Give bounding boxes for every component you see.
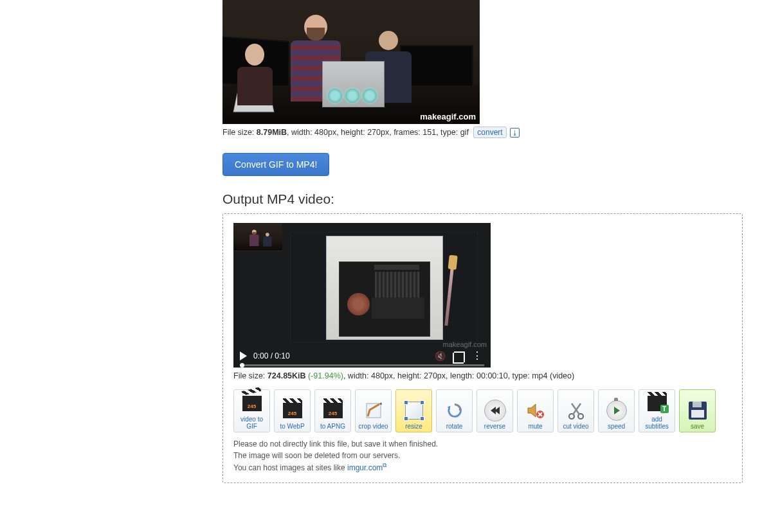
output-panel: makeagif.com 0:00 / 0:10 🔇 ⋮ File size: … [222,213,743,483]
tool-label: save [691,423,704,430]
input-file-info: File size: 8.79MiB, width: 480px, height… [222,124,743,141]
convert-format-link[interactable]: convert [473,127,506,138]
tool-label: cut video [563,423,588,430]
tool-label: to WebP [280,423,304,430]
tool-save[interactable]: save [679,389,716,432]
tool-resize[interactable]: resize [395,389,432,432]
input-gif-preview: makeagif.com [222,0,480,124]
tool-label: to APNG [320,423,345,430]
more-options-icon[interactable]: ⋮ [472,350,483,362]
mute-icon [525,400,547,421]
tool-label: crop video [358,423,388,430]
imgur-link[interactable]: imgur.com [347,463,383,472]
tool-add-subtitles[interactable]: Taddsubtitles [639,389,675,432]
output-notes: Please do not directly link this file, b… [233,439,732,474]
tool-label: video toGIF [240,416,263,430]
tool-label: speed [608,423,625,430]
volume-muted-icon[interactable]: 🔇 [435,351,446,361]
progress-bar[interactable] [240,364,484,366]
fullscreen-icon[interactable] [454,351,465,362]
tool-crop-video[interactable]: crop video [355,389,392,432]
cut-video-icon [565,400,587,421]
tool-label: reverse [484,423,505,430]
to-webp-icon: 245 [282,400,304,421]
tool-reverse[interactable]: reverse [476,389,513,432]
convert-gif-to-mp4-button[interactable]: Convert GIF to MP4! [222,153,329,176]
crop-video-icon [363,400,385,421]
video-time: 0:00 / 0:10 [253,351,290,360]
output-heading: Output MP4 video: [222,191,743,207]
tool-cut-video[interactable]: cut video [558,389,594,432]
rotate-icon [444,400,466,421]
watermark-text: makeagif.com [420,112,476,121]
output-video-player[interactable]: makeagif.com 0:00 / 0:10 🔇 ⋮ [233,223,491,368]
speed-icon [606,400,628,421]
tool-to-webp[interactable]: 245to WebP [274,389,311,432]
tool-label: mute [528,423,542,430]
output-toolbar: 245video toGIF245to WebP245to APNGcrop v… [233,389,732,432]
save-icon [687,400,709,421]
tool-label: rotate [446,423,463,430]
add-subtitles-icon: T [646,393,668,414]
tool-label: addsubtitles [645,416,669,430]
video-to-gif-icon: 245 [241,393,263,414]
play-icon[interactable] [240,351,247,360]
resize-icon [403,400,425,421]
tool-speed[interactable]: speed [598,389,635,432]
output-file-info: File size: 724.85KiB (-91.94%), width: 4… [233,368,732,384]
tool-label: resize [405,423,422,430]
tool-mute[interactable]: mute [517,389,554,432]
download-icon[interactable]: ⭳ [510,128,520,137]
reverse-icon [484,400,506,421]
tool-rotate[interactable]: rotate [436,389,473,432]
external-link-icon: ⧉ [383,462,386,468]
tool-video-to-gif[interactable]: 245video toGIF [233,389,270,432]
to-apng-icon: 245 [322,400,344,421]
video-thumbnail [233,223,282,251]
tool-to-apng[interactable]: 245to APNG [314,389,351,432]
